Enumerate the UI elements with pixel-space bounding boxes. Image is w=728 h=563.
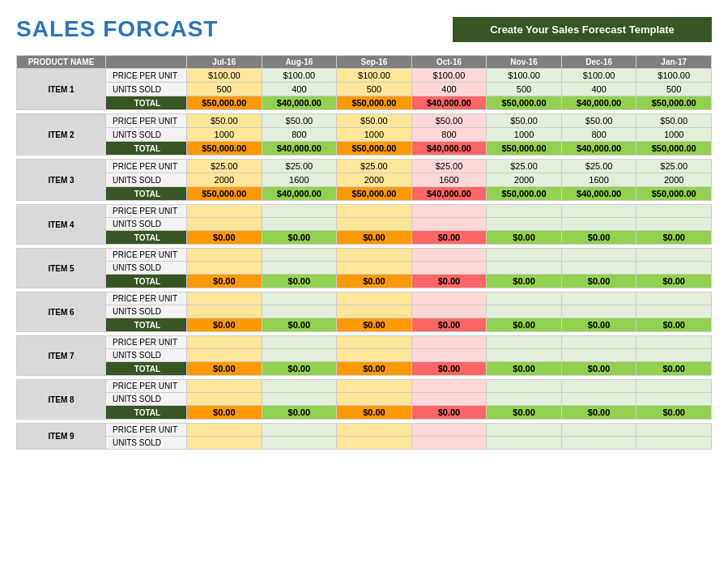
units-cell bbox=[561, 437, 636, 450]
units-label: UNITS SOLD bbox=[106, 262, 187, 275]
item-8-price-row: ITEM 8PRICE PER UNIT bbox=[17, 380, 712, 393]
price-cell bbox=[262, 336, 337, 349]
item-2-total-row: TOTAL$50,000.00$40,000.00$50,000.00$40,0… bbox=[17, 142, 712, 156]
units-cell bbox=[561, 305, 636, 318]
total-cell: $50,000.00 bbox=[487, 142, 562, 156]
total-cell: $0.00 bbox=[561, 362, 636, 376]
units-cell bbox=[487, 393, 562, 406]
item-3-total-row: TOTAL$50,000.00$40,000.00$50,000.00$40,0… bbox=[17, 187, 712, 201]
price-cell bbox=[487, 249, 562, 262]
price-cell: $50.00 bbox=[187, 114, 262, 128]
price-cell bbox=[187, 380, 262, 393]
item-1-units-row: UNITS SOLD500400500400500400500 bbox=[17, 83, 712, 96]
total-cell: $50,000.00 bbox=[337, 96, 412, 110]
total-cell: $40,000.00 bbox=[561, 96, 636, 110]
price-cell bbox=[262, 424, 337, 437]
total-cell: $0.00 bbox=[262, 406, 337, 420]
units-cell: 1000 bbox=[636, 128, 712, 142]
price-cell bbox=[337, 249, 412, 262]
total-cell: $0.00 bbox=[411, 406, 487, 420]
units-cell bbox=[187, 437, 262, 450]
units-cell bbox=[187, 218, 262, 231]
units-cell: 1000 bbox=[487, 128, 562, 142]
item-2-price-row: ITEM 2PRICE PER UNIT$50.00$50.00$50.00$5… bbox=[17, 114, 712, 128]
total-cell: $0.00 bbox=[337, 275, 412, 288]
item-name: ITEM 2 bbox=[17, 114, 106, 156]
price-cell bbox=[561, 292, 636, 305]
aug-header: Aug-16 bbox=[262, 56, 337, 69]
units-cell bbox=[262, 218, 337, 231]
price-cell: $50.00 bbox=[487, 114, 562, 128]
total-cell: $50,000.00 bbox=[636, 187, 712, 201]
item-9-units-row: UNITS SOLD bbox=[17, 437, 712, 450]
price-cell bbox=[411, 205, 487, 218]
total-label: TOTAL bbox=[106, 406, 187, 420]
units-cell bbox=[636, 437, 712, 450]
price-cell: $50.00 bbox=[411, 114, 487, 128]
total-cell: $50,000.00 bbox=[636, 96, 712, 110]
units-cell: 500 bbox=[337, 83, 412, 96]
total-label: TOTAL bbox=[106, 96, 187, 110]
units-label: UNITS SOLD bbox=[106, 83, 187, 96]
item-1-total-row: TOTAL$50,000.00$40,000.00$50,000.00$40,0… bbox=[17, 96, 712, 110]
price-cell bbox=[337, 336, 412, 349]
item-4-units-row: UNITS SOLD bbox=[17, 218, 712, 231]
total-label: TOTAL bbox=[106, 362, 187, 376]
units-cell bbox=[262, 349, 337, 362]
price-cell bbox=[262, 249, 337, 262]
price-cell bbox=[561, 249, 636, 262]
item-2-units-row: UNITS SOLD1000800100080010008001000 bbox=[17, 128, 712, 142]
units-cell bbox=[337, 305, 412, 318]
total-cell: $50,000.00 bbox=[337, 187, 412, 201]
units-cell bbox=[411, 218, 487, 231]
total-cell: $50,000.00 bbox=[187, 187, 262, 201]
price-cell: $50.00 bbox=[262, 114, 337, 128]
jul-header: Jul-16 bbox=[187, 56, 262, 69]
jan-header: Jan-17 bbox=[636, 56, 712, 69]
price-cell bbox=[636, 336, 712, 349]
units-cell: 400 bbox=[411, 83, 487, 96]
price-label: PRICE PER UNIT bbox=[106, 205, 187, 218]
nov-header: Nov-16 bbox=[487, 56, 562, 69]
dec-header: Dec-16 bbox=[561, 56, 636, 69]
units-cell: 500 bbox=[636, 83, 712, 96]
units-label: UNITS SOLD bbox=[106, 218, 187, 231]
units-label: UNITS SOLD bbox=[106, 173, 187, 187]
total-cell: $0.00 bbox=[561, 231, 636, 245]
item-name: ITEM 7 bbox=[17, 336, 106, 376]
units-cell: 1600 bbox=[411, 173, 487, 187]
price-cell: $100.00 bbox=[636, 69, 712, 83]
total-label: TOTAL bbox=[106, 318, 187, 332]
subtitle-box: Create Your Sales Forecast Template bbox=[453, 17, 712, 42]
forecast-table: PRODUCT NAME Jul-16 Aug-16 Sep-16 Oct-16… bbox=[16, 55, 712, 450]
price-cell bbox=[262, 292, 337, 305]
price-cell: $100.00 bbox=[187, 69, 262, 83]
units-label: UNITS SOLD bbox=[106, 437, 187, 450]
item-name: ITEM 8 bbox=[17, 380, 106, 420]
total-cell: $50,000.00 bbox=[187, 142, 262, 156]
units-cell bbox=[561, 393, 636, 406]
total-cell: $50,000.00 bbox=[487, 187, 562, 201]
page-title: SALES FORCAST bbox=[16, 16, 218, 42]
price-cell bbox=[187, 292, 262, 305]
price-cell: $25.00 bbox=[411, 160, 487, 173]
total-label: TOTAL bbox=[106, 142, 187, 156]
price-cell bbox=[411, 249, 487, 262]
price-cell bbox=[262, 205, 337, 218]
units-cell bbox=[187, 262, 262, 275]
units-cell bbox=[561, 262, 636, 275]
item-name: ITEM 9 bbox=[17, 424, 106, 450]
total-cell: $0.00 bbox=[636, 318, 712, 332]
price-cell bbox=[636, 292, 712, 305]
units-cell bbox=[337, 218, 412, 231]
units-cell bbox=[337, 437, 412, 450]
price-cell bbox=[337, 205, 412, 218]
units-cell bbox=[561, 218, 636, 231]
total-cell: $0.00 bbox=[636, 275, 712, 288]
price-cell bbox=[487, 292, 562, 305]
price-label: PRICE PER UNIT bbox=[106, 424, 187, 437]
item-6-total-row: TOTAL$0.00$0.00$0.00$0.00$0.00$0.00$0.00 bbox=[17, 318, 712, 332]
units-label: UNITS SOLD bbox=[106, 393, 187, 406]
item-7-units-row: UNITS SOLD bbox=[17, 349, 712, 362]
item-name: ITEM 5 bbox=[17, 249, 106, 288]
